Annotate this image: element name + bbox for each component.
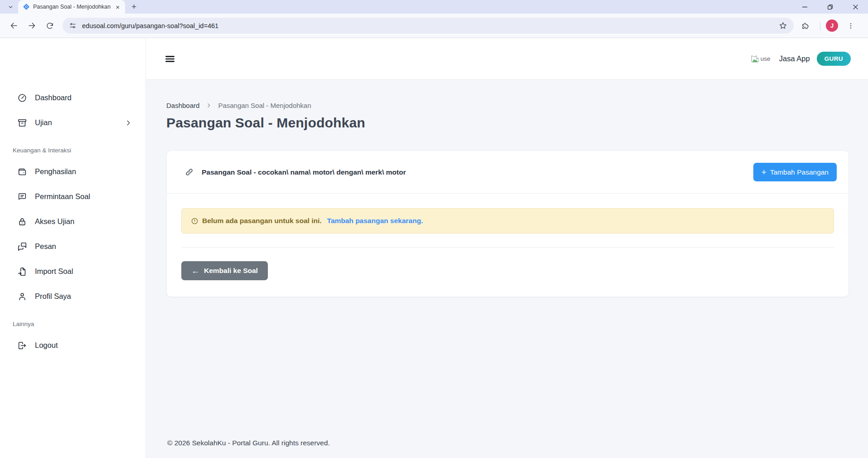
message-icon bbox=[17, 192, 27, 202]
toolbar-right: J bbox=[796, 18, 863, 34]
alert-message: Belum ada pasangan untuk soal ini. bbox=[202, 217, 322, 225]
window-controls bbox=[792, 0, 868, 14]
sidebar-item-label: Akses Ujian bbox=[35, 217, 132, 226]
breadcrumb-chevron-icon bbox=[206, 102, 212, 108]
sidebar-item-label: Dashboard bbox=[35, 93, 132, 102]
arrow-left-icon: ← bbox=[191, 267, 199, 275]
sidebar-item-import-soal[interactable]: Import Soal bbox=[0, 259, 145, 284]
tab-close-icon[interactable]: × bbox=[114, 3, 121, 11]
sidebar-item-pesan[interactable]: Pesan bbox=[0, 234, 145, 259]
sidebar-item-label: Profil Saya bbox=[35, 292, 132, 301]
role-badge: GURU bbox=[817, 52, 851, 66]
add-pair-button[interactable]: + Tambah Pasangan bbox=[753, 163, 837, 181]
sidebar-item-dashboard[interactable]: Dashboard bbox=[0, 85, 145, 110]
browser-menu-dots-icon[interactable] bbox=[843, 18, 858, 34]
add-pair-button-label: Tambah Pasangan bbox=[770, 168, 829, 176]
app-navbar: use Jasa App GURU bbox=[146, 38, 868, 80]
user-icon bbox=[17, 292, 27, 302]
window-close-button[interactable] bbox=[843, 0, 868, 14]
sidebar: Dashboard Ujian Keuangan & Interaksi Pen… bbox=[0, 38, 146, 458]
sidebar-item-label: Logout bbox=[35, 341, 132, 350]
sidebar-item-label: Penghasilan bbox=[35, 167, 132, 176]
breadcrumb-dashboard-link[interactable]: Dashboard bbox=[166, 102, 199, 109]
chat-bubbles-icon bbox=[17, 242, 27, 252]
pairs-card: Pasangan Soal - cocokan\ nama\ motor\ de… bbox=[166, 151, 849, 297]
app-shell: Dashboard Ujian Keuangan & Interaksi Pen… bbox=[0, 38, 868, 458]
back-to-soal-button[interactable]: ← Kembali ke Soal bbox=[181, 261, 268, 280]
gauge-icon bbox=[17, 93, 27, 103]
page-content: Dashboard Pasangan Soal - Menjodohkan Pa… bbox=[146, 80, 868, 458]
sidebar-item-ujian[interactable]: Ujian bbox=[0, 110, 145, 135]
url-bar[interactable]: edusoal.com/guru/pasangan-soal?soal_id=4… bbox=[63, 18, 794, 34]
sidebar-item-penghasilan[interactable]: Penghasilan bbox=[0, 159, 145, 184]
tab-title: Pasangan Soal - Menjodohkan | bbox=[33, 4, 111, 10]
archive-icon bbox=[17, 118, 27, 128]
card-body: Belum ada pasangan untuk soal ini. Tamba… bbox=[167, 208, 849, 297]
url-text[interactable]: edusoal.com/guru/pasangan-soal?soal_id=4… bbox=[82, 22, 779, 29]
tab-strip: Pasangan Soal - Menjodohkan | × + bbox=[0, 0, 868, 14]
plus-icon: + bbox=[761, 168, 766, 176]
hamburger-menu-icon[interactable] bbox=[164, 53, 176, 65]
sidebar-item-label: Pesan bbox=[35, 242, 132, 251]
sidebar-item-label: Import Soal bbox=[35, 267, 132, 276]
file-import-icon bbox=[17, 267, 27, 277]
logout-icon bbox=[17, 341, 27, 351]
alert-circle-icon bbox=[191, 217, 199, 225]
sidebar-section-lainnya: Lainnya bbox=[0, 309, 145, 333]
page-title: Pasangan Soal - Menjodohkan bbox=[166, 115, 849, 131]
window-minimize-button[interactable] bbox=[792, 0, 817, 14]
breadcrumb-current: Pasangan Soal - Menjodohkan bbox=[218, 102, 311, 109]
chevron-right-icon bbox=[125, 119, 132, 127]
sidebar-item-profil-saya[interactable]: Profil Saya bbox=[0, 284, 145, 309]
favicon-diamond-icon bbox=[23, 3, 30, 10]
user-name[interactable]: Jasa App bbox=[779, 54, 810, 63]
card-divider bbox=[181, 247, 834, 248]
back-icon[interactable] bbox=[6, 18, 21, 34]
profile-avatar[interactable]: J bbox=[826, 19, 838, 32]
tab-search-chevron-icon[interactable] bbox=[5, 1, 16, 13]
extensions-puzzle-icon[interactable] bbox=[798, 18, 813, 34]
footer-copyright: © 2026 SekolahKu - Portal Guru. All righ… bbox=[166, 434, 849, 450]
card-header: Pasangan Soal - cocokan\ nama\ motor\ de… bbox=[167, 151, 849, 194]
browser-tab[interactable]: Pasangan Soal - Menjodohkan | × bbox=[18, 0, 125, 14]
lock-icon bbox=[17, 217, 27, 227]
sidebar-item-permintaan-soal[interactable]: Permintaan Soal bbox=[0, 184, 145, 209]
breadcrumb: Dashboard Pasangan Soal - Menjodohkan bbox=[166, 102, 849, 109]
reload-icon[interactable] bbox=[42, 18, 58, 34]
empty-pairs-alert: Belum ada pasangan untuk soal ini. Tamba… bbox=[181, 208, 834, 234]
sidebar-item-akses-ujian[interactable]: Akses Ujian bbox=[0, 209, 145, 234]
main-area: use Jasa App GURU Dashboard Pasangan Soa… bbox=[146, 38, 868, 458]
sidebar-item-logout[interactable]: Logout bbox=[0, 333, 145, 358]
back-to-soal-label: Kembali ke Soal bbox=[204, 267, 258, 275]
navbar-right: use Jasa App GURU bbox=[750, 52, 851, 66]
broken-avatar-image-icon: use bbox=[750, 54, 772, 63]
sidebar-item-label: Permintaan Soal bbox=[35, 192, 132, 201]
browser-chrome: Pasangan Soal - Menjodohkan | × + bbox=[0, 0, 868, 38]
sidebar-section-keuangan: Keuangan & Interaksi bbox=[0, 135, 145, 159]
window-restore-button[interactable] bbox=[817, 0, 843, 14]
sidebar-item-label: Ujian bbox=[35, 118, 117, 127]
wallet-icon bbox=[17, 167, 27, 177]
link-icon bbox=[185, 168, 194, 176]
add-pair-now-link[interactable]: Tambah pasangan sekarang. bbox=[327, 217, 423, 225]
toolbar-divider bbox=[820, 21, 820, 30]
site-settings-icon[interactable] bbox=[69, 22, 77, 29]
forward-icon[interactable] bbox=[24, 18, 39, 34]
card-heading-text: Pasangan Soal - cocokan\ nama\ motor\ de… bbox=[202, 168, 406, 176]
browser-toolbar: edusoal.com/guru/pasangan-soal?soal_id=4… bbox=[0, 14, 868, 38]
card-heading: Pasangan Soal - cocokan\ nama\ motor\ de… bbox=[185, 168, 406, 176]
new-tab-button[interactable]: + bbox=[131, 2, 136, 12]
broken-image-alt-text: use bbox=[761, 55, 772, 62]
bookmark-star-icon[interactable] bbox=[779, 21, 787, 30]
